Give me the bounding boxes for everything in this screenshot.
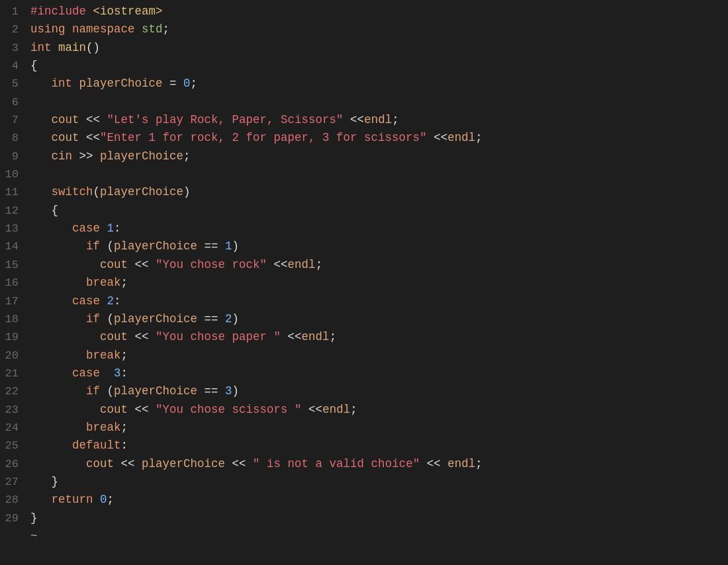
token: "You chose scissors " [156,403,302,416]
token [30,113,52,126]
token: std [142,22,163,36]
token: { [52,204,59,217]
token: 2 [225,312,232,326]
code-line: 6 [0,93,728,111]
token: cin [52,150,73,163]
token: == [197,312,225,326]
token: endl [322,403,350,416]
line-content: } [28,509,728,527]
token [30,312,86,326]
token: : [121,439,128,452]
token [30,367,72,380]
line-content: break; [28,347,728,365]
token: ( [107,312,114,326]
tilde-line: ~ [0,527,728,545]
token: ) [232,312,240,326]
token [30,493,52,506]
token: endl [288,258,316,271]
code-line: 2using namespace std; [0,21,728,38]
token: << [128,258,156,271]
code-line: 12 { [0,202,728,220]
line-number: 4 [0,58,28,75]
token: << [281,330,302,343]
line-content: #include <iostream> [28,3,728,21]
code-line: 16 break; [0,274,728,292]
line-content: cout <<"Enter 1 for rock, 2 for paper, 3… [28,129,728,147]
token: playerChoice [114,239,197,253]
line-number: 10 [0,166,28,183]
line-content: cout << playerChoice << " is not a valid… [28,455,728,473]
code-line: 4{ [0,57,728,75]
token: : [121,367,128,380]
line-number: 6 [0,94,28,111]
line-number: 18 [0,311,28,328]
tilde-symbol: ~ [28,527,728,545]
token: 1 [107,222,114,235]
code-line: 28 return 0; [0,491,728,509]
code-line: 17 case 2: [0,292,728,310]
code-line: 20 break; [0,347,728,365]
code-line: 24 break; [0,419,728,437]
token: playerChoice [100,150,183,163]
code-line: 29} [0,509,728,527]
token [30,77,52,90]
code-line: 8 cout <<"Enter 1 for rock, 2 for paper,… [0,129,728,147]
token: break [86,421,121,434]
token: ; [121,421,128,434]
token [30,384,86,398]
token: ) [232,239,240,253]
token: "You chose rock" [156,258,267,271]
token: == [197,384,225,398]
line-number: 20 [0,347,28,365]
token: endl [302,330,330,343]
token: << [79,131,101,144]
line-content: cout << "You chose scissors " <<endl; [28,401,728,419]
code-line: 23 cout << "You chose scissors " <<endl; [0,401,728,419]
token: 3 [225,384,232,398]
token: cout [100,330,128,343]
token [30,294,72,308]
line-number: 28 [0,492,28,509]
line-number: 16 [0,275,28,292]
token: cout [52,113,79,126]
token: int [30,41,58,54]
token [30,239,86,253]
token: endl [447,131,475,144]
token: << [302,403,323,416]
line-content: break; [28,274,728,292]
token [30,222,72,235]
token: case [72,222,107,235]
line-content: case 2: [28,292,728,310]
token [30,349,86,362]
token: ) [183,185,191,198]
line-content: if (playerChoice == 3) [28,382,728,400]
line-number: 29 [0,510,28,527]
line-content: cin >> playerChoice; [28,148,728,165]
token: namespace [72,22,142,36]
line-content: int playerChoice = 0; [28,75,728,93]
token: ; [475,457,482,470]
token [30,439,72,452]
line-number: 22 [0,383,28,400]
token: playerChoice [142,457,225,470]
token: () [86,41,100,54]
line-number: 5 [0,75,28,93]
code-line: 10 [0,165,728,183]
token: 0 [100,493,107,506]
line-number: 13 [0,220,28,238]
token [30,475,52,488]
line-number: 12 [0,202,28,220]
token: ; [350,403,357,416]
token: return [52,493,101,506]
line-content: { [28,202,728,220]
line-content: case 1: [28,220,728,238]
token: ; [183,150,191,163]
token: << [114,457,142,470]
token: << [343,113,365,126]
line-number: 26 [0,456,28,473]
token: { [30,59,38,72]
line-number: 2 [0,21,28,38]
code-line: 22 if (playerChoice == 3) [0,382,728,400]
token: } [30,511,38,525]
line-content: switch(playerChoice) [28,183,728,201]
